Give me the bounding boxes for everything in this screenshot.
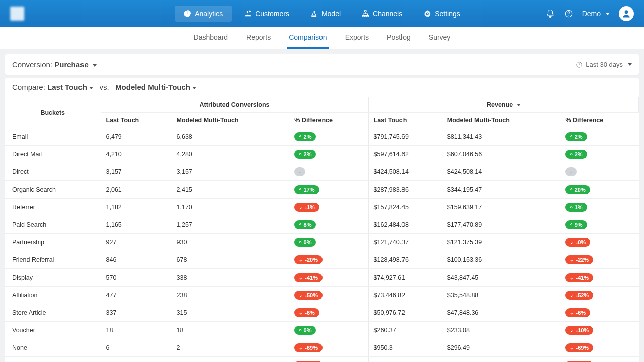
cell-conv-diff: ^2% [289, 146, 368, 163]
caret-down-icon [606, 13, 610, 15]
cell-rev-lt: $424,508.14 [368, 163, 442, 181]
tab-reports[interactable]: Reports [244, 27, 273, 49]
col-rev-diff: % Difference [560, 113, 638, 128]
cell-rev-diff: ^1% [560, 199, 638, 216]
table-row: None62⌄-69%$950.3$296.49⌄-69% [5, 339, 639, 357]
cell-rev-diff: ⌄-42% [560, 357, 638, 363]
user-label: Demo [582, 10, 601, 18]
cell-conv-lt: 1,182 [101, 199, 172, 216]
table-row: Paid Search1,1651,257^8%$162,484.08$177,… [5, 216, 639, 234]
table-row: Store Article337315⌄-6%$50,976.72$47,848… [5, 304, 639, 322]
cell-conv-diff: – [289, 163, 368, 181]
cell-conv-diff: ⌄-15% [289, 357, 368, 363]
cell-rev-diff: – [560, 163, 638, 181]
logo [10, 7, 24, 21]
user-menu[interactable]: Demo [582, 10, 610, 18]
cell-conv-lt: 4,210 [101, 146, 172, 163]
caret-up-icon: ^ [570, 187, 572, 192]
cell-conv-diff: ⌄-6% [289, 304, 368, 322]
diff-badge-up: ^9% [565, 220, 587, 229]
avatar[interactable] [619, 6, 634, 21]
cell-conv-lt: 337 [101, 304, 172, 322]
nav-settings[interactable]: Settings [415, 6, 469, 22]
conversion-dropdown[interactable]: Conversion: Purchase [12, 60, 97, 69]
nav-model[interactable]: Model [301, 6, 350, 22]
compare-b-dropdown[interactable]: Modeled Multi-Touch [115, 83, 196, 92]
col-conv-diff: % Difference [289, 113, 368, 128]
cell-rev-mmt: $100,153.36 [442, 251, 560, 269]
cell-rev-diff: ⌄-22% [560, 251, 638, 269]
cell-rev-mmt: $43,847.45 [442, 269, 560, 287]
cell-rev-lt: $74,927.61 [368, 269, 442, 287]
conversion-label: Conversion: [12, 60, 52, 69]
cell-rev-mmt: $233.08 [442, 322, 560, 339]
comparison-table: Compare: Last Touch vs. Modeled Multi-To… [5, 78, 639, 362]
diff-badge-down: ⌄-69% [294, 343, 323, 352]
col-group-revenue[interactable]: Revenue [368, 97, 638, 113]
cell-rev-mmt: $35,548.88 [442, 287, 560, 304]
cell-conv-mmt: 2 [172, 339, 290, 357]
cell-rev-lt: $260.37 [368, 322, 442, 339]
nav-customers[interactable]: Customers [235, 6, 298, 22]
tab-dashboard[interactable]: Dashboard [192, 27, 230, 49]
diff-badge-up: ^2% [294, 132, 316, 141]
caret-up-icon: ^ [299, 240, 301, 245]
cell-rev-diff: ^20% [560, 181, 638, 199]
cell-conv-mmt: 1,170 [172, 199, 290, 216]
cell-conv-diff: ^8% [289, 216, 368, 234]
diff-badge-up: ^0% [294, 326, 316, 335]
cell-rev-lt: $1,293.7 [368, 357, 442, 363]
cell-conv-lt: 1,165 [101, 216, 172, 234]
caret-up-icon: ^ [299, 328, 301, 333]
diff-badge-down: ⌄-69% [565, 343, 593, 352]
cell-rev-diff: ⌄-41% [560, 269, 638, 287]
date-range-label: Last 30 days [586, 61, 623, 68]
compare-a-dropdown[interactable]: Last Touch [47, 83, 93, 92]
table-row: Email6,4796,638^2%$791,745.69$811,341.43… [5, 128, 639, 146]
cell-conv-lt: 477 [101, 287, 172, 304]
diff-badge-down: ⌄-1% [294, 203, 319, 212]
caret-down-icon: ⌄ [299, 293, 303, 298]
tab-postlog[interactable]: Postlog [385, 27, 413, 49]
caret-down-icon: ⌄ [299, 345, 303, 350]
cell-rev-mmt: $159,639.17 [442, 199, 560, 216]
cell-conv-diff: ⌄-1% [289, 199, 368, 216]
cell-conv-lt: 2,061 [101, 181, 172, 199]
col-rev-lt: Last Touch [368, 113, 442, 128]
cell-bucket: Direct Mail [5, 146, 101, 163]
caret-up-icon: ^ [570, 205, 572, 210]
diff-badge-up: ^2% [565, 132, 587, 141]
cell-conv-mmt: 315 [172, 304, 290, 322]
caret-down-icon: ⌄ [570, 328, 574, 333]
caret-down-icon: ⌄ [299, 205, 303, 210]
cell-bucket: Voucher [5, 322, 101, 339]
col-conv-mmt: Modeled Multi-Touch [172, 113, 290, 128]
help-icon[interactable] [564, 9, 573, 18]
cell-rev-lt: $597,614.62 [368, 146, 442, 163]
cell-rev-lt: $950.3 [368, 339, 442, 357]
diff-badge-down: ⌄-10% [565, 326, 593, 335]
diff-badge-up: ^8% [294, 220, 316, 229]
diff-badge-up: ^0% [294, 238, 316, 247]
tab-survey[interactable]: Survey [427, 27, 453, 49]
table-row: Friend Referral846678⌄-20%$128,498.76$10… [5, 251, 639, 269]
tab-exports[interactable]: Exports [343, 27, 371, 49]
caret-down-icon [628, 63, 632, 66]
nav-channels[interactable]: Channels [353, 6, 412, 22]
cell-bucket: None [5, 339, 101, 357]
caret-down-icon: ⌄ [299, 310, 303, 315]
cell-rev-lt: $73,446.82 [368, 287, 442, 304]
cell-conv-lt: 3 [101, 357, 172, 363]
bell-icon[interactable] [546, 9, 555, 18]
sitemap-icon [362, 10, 369, 17]
conversion-value: Purchase [54, 60, 89, 69]
cell-bucket: Email [5, 128, 101, 146]
table-row: Direct3,1573,157–$424,508.14$424,508.14– [5, 163, 639, 181]
date-range-dropdown[interactable]: Last 30 days [576, 61, 632, 68]
cell-conv-mmt: 238 [172, 287, 290, 304]
caret-down-icon [93, 64, 97, 67]
tab-comparison[interactable]: Comparison [287, 27, 329, 49]
nav-analytics[interactable]: Analytics [175, 6, 232, 22]
clock-icon [576, 61, 583, 68]
table-row: Voucher1818^0%$260.37$233.08⌄-10% [5, 322, 639, 339]
